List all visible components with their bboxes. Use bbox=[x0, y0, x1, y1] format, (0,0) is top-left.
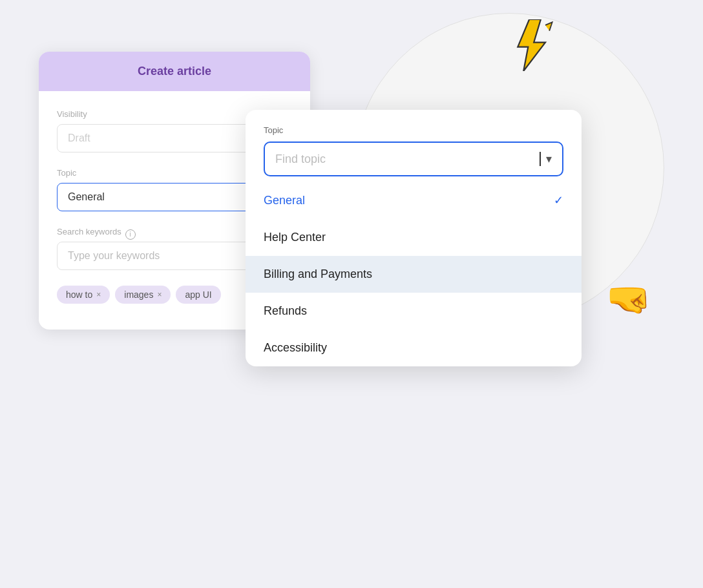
tag-how-to[interactable]: how to × bbox=[57, 286, 110, 304]
topic-search-input-wrapper[interactable]: Find topic ▾ bbox=[264, 142, 563, 176]
dropdown-card: Topic Find topic ▾ General ✓ Help Center… bbox=[246, 110, 582, 366]
create-article-button[interactable]: Create article bbox=[39, 52, 310, 91]
check-icon: ✓ bbox=[554, 193, 563, 207]
dropdown-options-list: General ✓ Help Center Billing and Paymen… bbox=[246, 182, 582, 366]
option-label: Help Center bbox=[264, 231, 326, 244]
tag-images[interactable]: images × bbox=[115, 286, 171, 304]
option-label: Refunds bbox=[264, 304, 307, 318]
topic-dropdown-label: Topic bbox=[264, 125, 563, 135]
dropdown-option-accessibility[interactable]: Accessibility bbox=[246, 330, 582, 366]
tag-remove-icon[interactable]: × bbox=[157, 290, 162, 299]
tag-label: how to bbox=[66, 289, 92, 300]
arrow-decoration bbox=[509, 19, 561, 74]
dropdown-option-help-center[interactable]: Help Center bbox=[246, 219, 582, 256]
search-keywords-label: Search keywords bbox=[57, 227, 121, 236]
chevron-down-icon[interactable]: ▾ bbox=[546, 152, 552, 166]
dropdown-header: Topic Find topic ▾ bbox=[246, 110, 582, 176]
tag-remove-icon[interactable]: × bbox=[96, 290, 101, 299]
tag-app-ui[interactable]: app UI bbox=[176, 286, 220, 304]
hand-cursor-decoration: 🤜 bbox=[606, 278, 651, 320]
option-label: Billing and Payments bbox=[264, 268, 372, 281]
dropdown-option-general[interactable]: General ✓ bbox=[246, 182, 582, 219]
topic-search-placeholder: Find topic bbox=[275, 152, 540, 166]
text-cursor bbox=[540, 152, 541, 166]
dropdown-option-refunds[interactable]: Refunds bbox=[246, 293, 582, 330]
svg-marker-0 bbox=[518, 19, 545, 71]
tag-label: images bbox=[124, 289, 153, 300]
option-label: General bbox=[264, 194, 305, 207]
info-icon: i bbox=[125, 229, 136, 240]
option-label: Accessibility bbox=[264, 341, 327, 355]
dropdown-option-billing[interactable]: Billing and Payments bbox=[246, 256, 582, 293]
tag-label: app UI bbox=[185, 289, 211, 300]
